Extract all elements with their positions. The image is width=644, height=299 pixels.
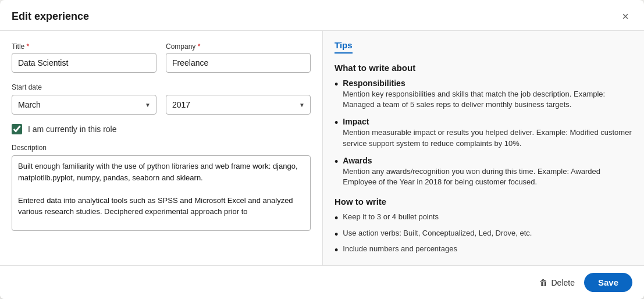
- month-group: January February March April May June Ju…: [12, 95, 156, 115]
- year-select[interactable]: 2024 2023 2022 2021 2020 2019 2018 2017 …: [166, 95, 311, 115]
- modal-body: Title * Company * Start date: [0, 31, 644, 265]
- how-item-action-verbs: • Use action verbs: Built, Conceptualize…: [335, 229, 632, 241]
- start-date-label-row: Start date: [12, 82, 311, 91]
- bullet-awards: •: [335, 156, 338, 187]
- modal-footer: 🗑 Delete Save: [0, 265, 644, 299]
- description-label: Description: [12, 144, 311, 152]
- bullet-impact: •: [335, 117, 338, 148]
- bullet-how-3: •: [335, 244, 338, 257]
- how-item-2-text: Use action verbs: Built, Conceptualized,…: [343, 229, 532, 241]
- how-item-bullet-points: • Keep it to 3 or 4 bullet points: [335, 212, 632, 225]
- title-input[interactable]: [12, 53, 156, 73]
- current-role-row: I am currently in this role: [12, 124, 311, 134]
- modal-title: Edit experience: [12, 10, 89, 23]
- how-item-3-text: Include numbers and percentages: [343, 244, 457, 257]
- description-group: Description Built enough familiarity wit…: [12, 144, 311, 233]
- delete-icon: 🗑: [539, 278, 547, 287]
- tips-item-responsibilities: • Responsibilities Mention key responsib…: [335, 79, 632, 110]
- what-to-write-title: What to write about: [335, 63, 632, 73]
- company-group: Company *: [166, 42, 311, 73]
- delete-label: Delete: [551, 278, 574, 287]
- title-label: Title *: [12, 42, 156, 51]
- responsibilities-desc: Mention key responsibilities and skills …: [343, 89, 632, 110]
- current-role-checkbox[interactable]: [12, 124, 22, 134]
- tips-items-list: • Responsibilities Mention key responsib…: [335, 79, 632, 187]
- responsibilities-title: Responsibilities: [343, 79, 632, 88]
- month-select[interactable]: January February March April May June Ju…: [12, 95, 156, 115]
- save-button[interactable]: Save: [584, 273, 632, 292]
- start-date-label: Start date: [12, 83, 42, 91]
- current-role-label[interactable]: I am currently in this role: [28, 124, 117, 134]
- delete-button[interactable]: 🗑 Delete: [539, 278, 574, 287]
- title-company-row: Title * Company *: [12, 42, 311, 73]
- impact-title: Impact: [343, 117, 632, 126]
- date-row: January February March April May June Ju…: [12, 95, 311, 115]
- awards-title: Awards: [343, 156, 632, 165]
- title-group: Title *: [12, 42, 156, 73]
- impact-desc: Mention measurable impact or results you…: [343, 127, 632, 148]
- company-label: Company *: [166, 42, 311, 51]
- description-textarea[interactable]: Built enough familiarity with the use of…: [12, 155, 311, 231]
- awards-desc: Mention any awards/recognition you won d…: [343, 166, 632, 187]
- close-button[interactable]: ×: [618, 9, 632, 23]
- year-group: 2024 2023 2022 2021 2020 2019 2018 2017 …: [166, 95, 311, 115]
- tips-item-impact: • Impact Mention measurable impact or re…: [335, 117, 632, 148]
- how-to-list: • Keep it to 3 or 4 bullet points • Use …: [335, 212, 632, 257]
- bullet-how-1: •: [335, 212, 338, 225]
- how-item-numbers: • Include numbers and percentages: [335, 244, 632, 257]
- how-item-1-text: Keep it to 3 or 4 bullet points: [343, 212, 439, 225]
- edit-experience-modal: Edit experience × Title * Company *: [0, 0, 644, 299]
- bullet-responsibilities: •: [335, 79, 338, 110]
- left-panel: Title * Company * Start date: [0, 31, 323, 265]
- bullet-how-2: •: [335, 229, 338, 241]
- how-to-write-title: How to write: [335, 197, 632, 207]
- company-input[interactable]: [166, 53, 311, 73]
- tips-tab[interactable]: Tips: [335, 40, 353, 54]
- right-panel: Tips What to write about • Responsibilit…: [323, 31, 644, 265]
- tips-item-awards: • Awards Mention any awards/recognition …: [335, 156, 632, 187]
- modal-header: Edit experience ×: [0, 0, 644, 31]
